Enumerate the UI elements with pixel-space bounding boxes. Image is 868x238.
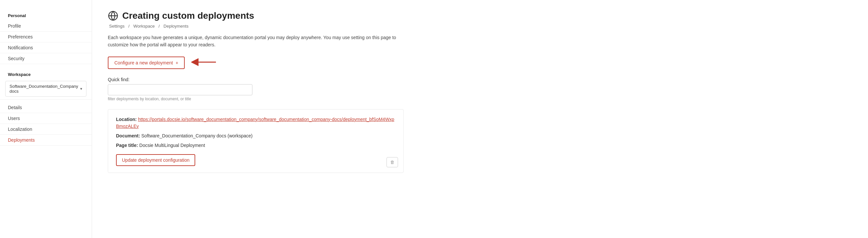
sidebar-item-users[interactable]: Users <box>0 113 92 124</box>
delete-deployment-button[interactable]: 🗑 <box>386 157 398 167</box>
workspace-dropdown[interactable]: Software_Documentation_Company docs ▾ <box>5 81 87 97</box>
actions-row: Configure a new deployment + <box>108 57 471 69</box>
page-description: Each workspace you have generates a uniq… <box>108 34 404 49</box>
document-value: Software_Documentation_Company docs (wor… <box>141 133 253 139</box>
plus-icon: + <box>176 60 178 65</box>
trash-icon: 🗑 <box>390 160 394 165</box>
location-label: Location: <box>116 117 137 122</box>
sidebar-item-deployments[interactable]: Deployments <box>0 135 92 146</box>
update-deployment-button[interactable]: Update deployment configuration <box>116 154 195 166</box>
deployment-card: Location: https://portals.docsie.io/soft… <box>108 109 404 173</box>
sidebar-item-notifications[interactable]: Notifications <box>0 42 92 53</box>
page-header: Creating custom deployments <box>108 10 471 21</box>
arrow-indicator <box>191 57 218 68</box>
workspace-section-title: Workspace <box>0 69 92 80</box>
deployment-location-link[interactable]: https://portals.docsie.io/software_docum… <box>116 117 394 129</box>
page-title-label: Page title: <box>116 143 138 148</box>
quick-find-label: Quick find: <box>108 77 471 82</box>
deployment-document-field: Document: Software_Documentation_Company… <box>116 132 395 139</box>
breadcrumb-settings: Settings <box>109 24 125 29</box>
breadcrumb-sep2: / <box>158 24 160 29</box>
main-content: Creating custom deployments Settings / W… <box>92 0 487 238</box>
page-title: Creating custom deployments <box>122 10 254 21</box>
quick-find-hint: filter deployments by location, document… <box>108 97 471 101</box>
page-title-value: Docsie MultiLingual Deployment <box>140 143 205 148</box>
deployment-location-field: Location: https://portals.docsie.io/soft… <box>116 116 395 130</box>
sidebar-item-preferences[interactable]: Preferences <box>0 32 92 42</box>
quick-find-section: Quick find: filter deployments by locati… <box>108 77 471 101</box>
document-label: Document: <box>116 133 140 139</box>
sidebar-item-details[interactable]: Details <box>0 102 92 113</box>
breadcrumb-workspace: Workspace <box>133 24 155 29</box>
workspace-name-label: Software_Documentation_Company docs <box>9 84 80 94</box>
breadcrumb-sep1: / <box>128 24 130 29</box>
configure-deployment-button[interactable]: Configure a new deployment + <box>108 57 185 69</box>
sidebar: Personal Profile Preferences Notificatio… <box>0 0 92 238</box>
sidebar-item-localization[interactable]: Localization <box>0 124 92 135</box>
globe-icon <box>108 10 118 21</box>
configure-btn-label: Configure a new deployment <box>114 60 173 65</box>
deployment-page-title-field: Page title: Docsie MultiLingual Deployme… <box>116 142 395 149</box>
breadcrumb-deployments: Deployments <box>164 24 189 29</box>
quick-find-input[interactable] <box>108 84 252 95</box>
sidebar-item-profile[interactable]: Profile <box>0 21 92 32</box>
chevron-down-icon: ▾ <box>80 86 82 91</box>
sidebar-divider <box>0 99 92 99</box>
sidebar-item-security[interactable]: Security <box>0 53 92 64</box>
breadcrumb: Settings / Workspace / Deployments <box>108 24 471 29</box>
personal-section-title: Personal <box>0 10 92 21</box>
